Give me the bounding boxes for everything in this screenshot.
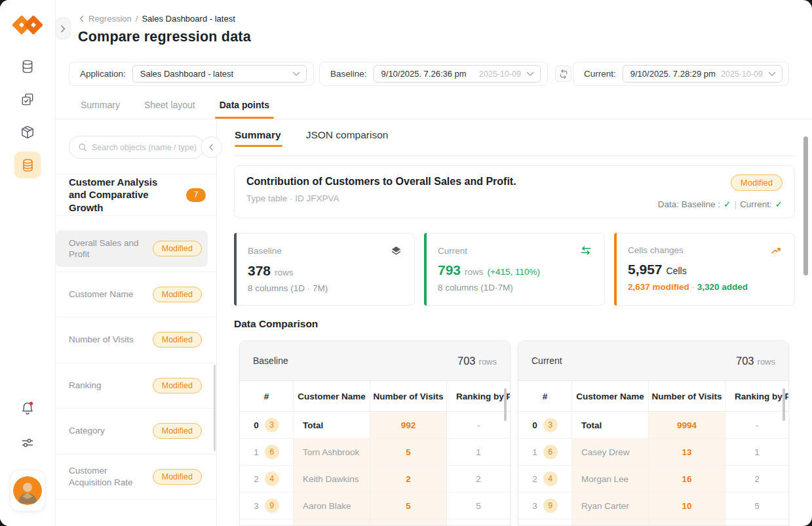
visits-cell — [649, 519, 725, 526]
user-avatar[interactable] — [10, 470, 45, 512]
current-rows-value: 793 — [438, 262, 461, 278]
baseline-select-date: 2025-10-09 — [479, 70, 521, 79]
table-header-cell[interactable]: Ranking by Pr — [725, 381, 788, 411]
detail-tab-summary[interactable]: Summary — [235, 129, 281, 150]
cells-value: 5,957 — [628, 262, 663, 277]
cells-stat-label: Cells changes — [628, 245, 684, 255]
tasks-nav-icon[interactable] — [20, 92, 35, 107]
row-index-cell — [240, 519, 294, 526]
table-row[interactable]: 24Keith Dawkins22 — [240, 466, 510, 493]
modified-badge: Modified — [153, 287, 202, 302]
table-header-cell[interactable]: # — [518, 381, 572, 411]
table-header-cell[interactable]: Number of Visits — [370, 381, 447, 411]
object-label: Category — [69, 425, 146, 437]
detail-tab-json-comparison[interactable]: JSON comparison — [306, 129, 389, 150]
table-header-cell[interactable]: # — [240, 381, 294, 411]
customer-name-cell: Casey Drew — [572, 439, 649, 465]
application-select[interactable]: Sales Dashboard - latest — [132, 65, 307, 83]
baseline-select[interactable]: 9/10/2025. 7.26:36 pm 2025-10-09 — [374, 65, 541, 83]
customer-name-cell: Aaron Blake — [294, 493, 370, 519]
table-header-cell[interactable]: Customer Name — [294, 381, 370, 411]
object-search[interactable] — [69, 136, 204, 159]
visits-cell: 10 — [649, 493, 725, 519]
table-title: Baseline — [253, 355, 288, 366]
application-filter: Application: Sales Dashboard - latest — [69, 62, 314, 86]
current-filter: Current: 9/10/2025. 7.28:29 pm 2025-10-0… — [573, 62, 789, 86]
database-nav-icon[interactable] — [20, 59, 35, 74]
table-header-cell[interactable]: Number of Visits — [649, 381, 725, 411]
filters-sliders-icon[interactable] — [20, 435, 35, 451]
table-scrollbar[interactable] — [783, 388, 785, 421]
main-tabs: SummarySheet layoutData points — [81, 100, 269, 118]
visits-cell: 9994 — [649, 412, 725, 438]
ranking-cell — [447, 519, 510, 526]
table-row[interactable]: 24Morgan Lee162 — [518, 466, 788, 493]
rail-expand-button[interactable] — [55, 18, 71, 39]
sidebar-scrollbar[interactable] — [214, 365, 216, 451]
table-row-partial — [518, 519, 788, 526]
status-divider: | — [734, 199, 737, 209]
tab-summary[interactable]: Summary — [81, 100, 120, 118]
table-row[interactable]: 16Casey Drew131 — [518, 439, 788, 466]
customer-name-cell: Ryan Carter — [572, 493, 649, 519]
brand-logo-icon[interactable] — [12, 14, 43, 37]
visits-cell: 16 — [649, 466, 725, 492]
group-title: Customer Analysis and Comparative Growth — [69, 176, 172, 213]
customer-name-cell: Keith Dawkins — [294, 466, 370, 492]
tab-data-points[interactable]: Data points — [220, 100, 269, 118]
table-row[interactable]: 16Torn Ashbrook51 — [240, 439, 510, 466]
customer-name-cell — [294, 519, 370, 526]
swap-runs-button[interactable] — [555, 66, 571, 82]
table-row[interactable]: 03Total9994- — [518, 412, 788, 439]
stat-card-current: Current 793 rows (+415, 110%) 8 columns … — [424, 233, 605, 306]
table-column-header-row: #Customer NameNumber of VisitsRanking by… — [240, 381, 510, 412]
object-list-item[interactable]: CategoryModified — [56, 409, 216, 455]
object-list-item[interactable]: Customer NameModified — [56, 272, 216, 318]
table-scrollbar[interactable] — [504, 388, 507, 421]
visits-cell: 5 — [370, 439, 447, 465]
row-change-badge: 4 — [543, 472, 558, 486]
object-group-header[interactable]: Customer Analysis and Comparative Growth… — [56, 174, 216, 216]
tab-sheet-layout[interactable]: Sheet layout — [144, 100, 195, 118]
visits-cell: 2 — [370, 466, 447, 492]
table-row[interactable]: 39Ryan Carter105 — [518, 493, 788, 519]
object-list-item[interactable]: Number of VisitsModified — [56, 317, 216, 363]
trend-up-icon — [770, 245, 783, 256]
stat-card-baseline: Baseline 378 rows 8 columns (1D · 7M) — [234, 233, 415, 306]
back-chevron-icon[interactable] — [79, 15, 85, 22]
detail-tabs: SummaryJSON comparison — [235, 129, 388, 150]
visits-cell: 13 — [649, 439, 725, 465]
visits-cell: 5 — [370, 493, 447, 519]
current-stat-label: Current — [438, 246, 467, 256]
ranking-cell: 2 — [725, 466, 788, 492]
table-header-cell[interactable]: Customer Name — [572, 381, 649, 411]
table-row-count-value: 703 — [457, 355, 476, 367]
row-index-cell: 16 — [518, 439, 572, 465]
table-header-cell[interactable]: Ranking by Pr — [447, 381, 510, 411]
object-modified-badge: Modified — [731, 174, 783, 191]
table-header-strip: Current703rows — [518, 341, 788, 381]
row-index: 1 — [532, 447, 537, 457]
search-input[interactable] — [92, 143, 197, 152]
object-list-item[interactable]: Overall Sales and ProfitModified — [56, 226, 216, 272]
comparison-table-card: Baseline703rows#Customer NameNumber of V… — [239, 340, 511, 526]
main-scrollbar[interactable] — [803, 136, 808, 275]
row-index-cell: 39 — [240, 493, 294, 519]
breadcrumb-current: Sales Dashboard - latest — [142, 14, 235, 24]
table-row[interactable]: 39Aaron Blake55 — [240, 493, 510, 519]
modified-badge: Modified — [153, 423, 202, 439]
panel-collapse-button[interactable] — [201, 136, 222, 158]
swap-icon — [559, 69, 568, 79]
table-row-count-unit: rows — [758, 357, 775, 367]
data-objects-nav-icon[interactable] — [14, 152, 41, 178]
table-row[interactable]: 03Total992- — [240, 412, 510, 439]
object-list-item[interactable]: RankingModified — [56, 363, 216, 409]
breadcrumb-section[interactable]: Regression — [88, 14, 132, 24]
baseline-rows-value: 378 — [248, 263, 271, 279]
breadcrumb: Regression / Sales Dashboard - latest — [79, 14, 235, 24]
object-list-item[interactable]: Customer Acquisition RateModified — [56, 455, 216, 500]
current-select[interactable]: 9/10/2025. 7.28:29 pm 2025-10-09 — [623, 65, 783, 83]
row-index-cell: 24 — [240, 466, 294, 492]
package-nav-icon[interactable] — [20, 125, 35, 140]
notifications-bell-icon[interactable] — [20, 400, 35, 416]
